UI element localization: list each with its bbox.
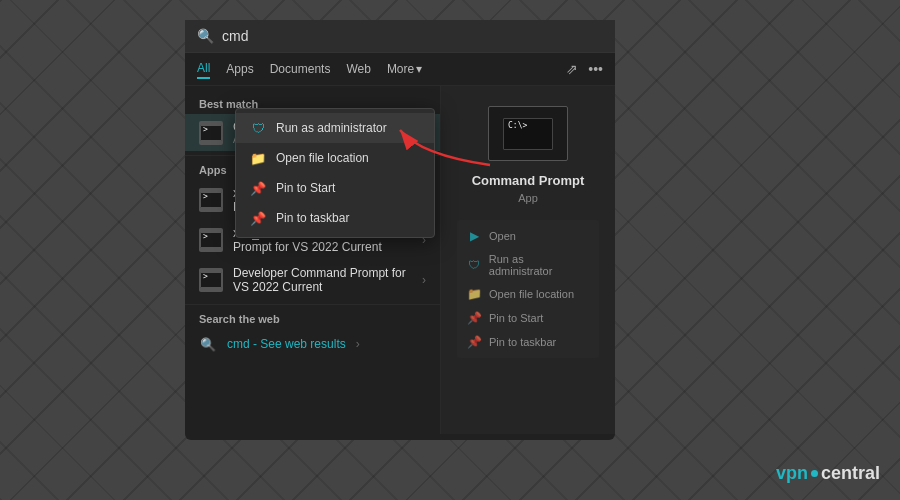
- search-input[interactable]: [222, 28, 603, 44]
- search-bar: 🔍: [185, 20, 615, 53]
- share-icon[interactable]: ⇗: [566, 61, 578, 77]
- ctx-run-as-admin[interactable]: 🛡 Run as administrator: [236, 113, 434, 143]
- web-search-item[interactable]: 🔍 cmd - See web results ›: [185, 329, 440, 359]
- shield-icon: 🛡: [250, 120, 266, 136]
- pin-start-icon: 📌: [250, 180, 266, 196]
- search-icon: 🔍: [197, 28, 214, 44]
- ctx-open-file-location[interactable]: 📁 Open file location: [236, 143, 434, 173]
- detail-menu-pin-start: 📌 Pin to Start: [457, 306, 599, 330]
- tab-documents[interactable]: Documents: [270, 60, 331, 78]
- web-search-label: Search the web: [185, 309, 440, 329]
- ctx-pin-start[interactable]: 📌 Pin to Start: [236, 173, 434, 203]
- pin-icon: 📌: [467, 311, 481, 325]
- tab-web[interactable]: Web: [346, 60, 370, 78]
- chevron-down-icon: ▾: [416, 62, 422, 76]
- app-icon: [199, 228, 223, 252]
- shield-icon: 🛡: [467, 258, 481, 272]
- app-icon: [199, 268, 223, 292]
- ctx-pin-taskbar[interactable]: 📌 Pin to taskbar: [236, 203, 434, 233]
- tab-all[interactable]: All: [197, 59, 210, 79]
- tab-apps[interactable]: Apps: [226, 60, 253, 78]
- arrow-icon: ›: [422, 273, 426, 287]
- detail-menu-open: ▶ Open: [457, 224, 599, 248]
- vpn-text: vpn: [776, 463, 808, 484]
- vpn-watermark: vpn central: [776, 463, 880, 484]
- web-search-text: cmd - See web results: [227, 337, 346, 351]
- detail-app-icon: C:\>: [488, 106, 568, 161]
- detail-menu-openfile: 📁 Open file location: [457, 282, 599, 306]
- folder-icon: 📁: [467, 287, 481, 301]
- detail-menu-runas: 🛡 Run as administrator: [457, 248, 599, 282]
- result-text: Developer Command Prompt for VS 2022 Cur…: [233, 266, 412, 294]
- cmd-icon: [199, 121, 223, 145]
- open-icon: ▶: [467, 229, 481, 243]
- app-icon: [199, 188, 223, 212]
- tabs-row: All Apps Documents Web More ▾ ⇗ •••: [185, 53, 615, 86]
- list-item[interactable]: Developer Command Prompt for VS 2022 Cur…: [185, 260, 440, 300]
- detail-menu-pin-taskbar: 📌 Pin to taskbar: [457, 330, 599, 354]
- central-text: central: [821, 463, 880, 484]
- detail-context-menu: ▶ Open 🛡 Run as administrator 📁 Open fil…: [457, 220, 599, 358]
- more-options-icon[interactable]: •••: [588, 61, 603, 77]
- pin-taskbar-icon: 📌: [250, 210, 266, 226]
- tabs-actions: ⇗ •••: [566, 61, 603, 77]
- separator: [185, 304, 440, 305]
- detail-app-type: App: [518, 192, 538, 204]
- folder-icon: 📁: [250, 150, 266, 166]
- search-icon: 🔍: [199, 335, 217, 353]
- detail-pane: C:\> Command Prompt App ▶ Open 🛡 Run as …: [440, 86, 615, 434]
- vpn-dot: [811, 470, 818, 477]
- tab-more[interactable]: More ▾: [387, 62, 422, 76]
- taskbar-icon: 📌: [467, 335, 481, 349]
- detail-app-name: Command Prompt: [472, 173, 585, 188]
- context-menu: 🛡 Run as administrator 📁 Open file locat…: [235, 108, 435, 238]
- arrow-icon: ›: [356, 337, 360, 351]
- result-name: Developer Command Prompt for VS 2022 Cur…: [233, 266, 412, 294]
